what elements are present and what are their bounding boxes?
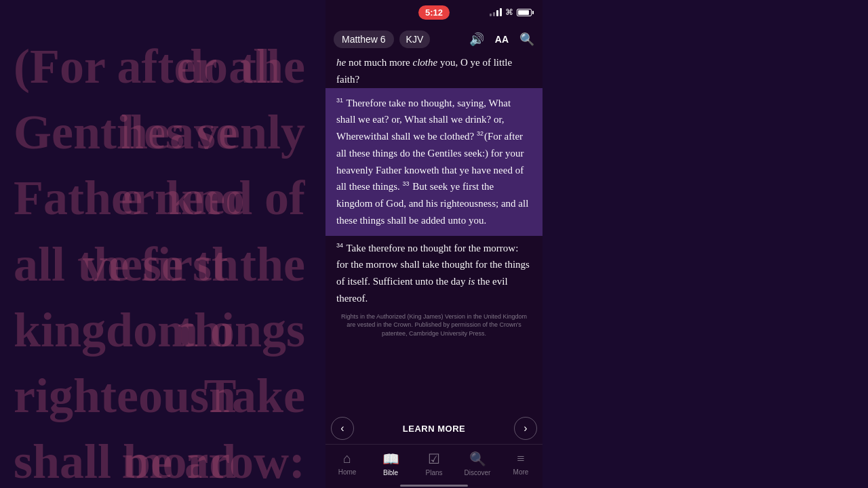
phone-container: 5:12 ⌘ Matthew 6 KJV 🔊 AA 🔍 he not much …: [326, 0, 542, 488]
tab-more[interactable]: ≡ More: [499, 451, 542, 476]
discover-icon: 🔍: [469, 451, 486, 467]
tab-plans[interactable]: ☑ Plans: [412, 451, 456, 476]
battery-icon: [517, 9, 532, 16]
tab-bible[interactable]: 📖 Bible: [369, 451, 412, 476]
next-chapter-button[interactable]: ›: [514, 417, 537, 440]
verse-num-31: 31: [336, 97, 343, 104]
tab-bar: ⌂ Home 📖 Bible ☑ Plans 🔍 Discover ≡ More: [326, 444, 542, 485]
bible-icon: 📖: [382, 451, 399, 467]
signal-icon: [490, 8, 502, 16]
italic-he: he: [336, 57, 346, 68]
verse-num-34: 34: [336, 242, 343, 249]
copyright-text: Rights in the Authorized (King James) Ve…: [326, 307, 542, 344]
tab-discover[interactable]: 🔍 Discover: [456, 451, 499, 476]
chapter-nav: ‹ LEARN MORE ›: [326, 413, 542, 444]
wifi-icon: ⌘: [505, 7, 513, 18]
verse-num-33: 33: [403, 180, 410, 187]
home-icon: ⌂: [343, 451, 351, 466]
tab-discover-label: Discover: [465, 469, 491, 476]
more-icon: ≡: [517, 451, 524, 466]
tab-home[interactable]: ⌂ Home: [326, 451, 369, 476]
scripture-container: he not much more clothe you, O ye of lit…: [326, 54, 542, 413]
status-time: 5:12: [418, 5, 450, 20]
home-indicator: [326, 485, 542, 488]
italic-is: is: [468, 276, 475, 287]
pre-highlight-text: he not much more clothe you, O ye of lit…: [326, 54, 542, 88]
audio-icon[interactable]: 🔊: [469, 32, 484, 47]
highlighted-passage: 31 Therefore take no thought, saying, Wh…: [326, 88, 542, 236]
chapter-button[interactable]: Matthew 6: [334, 30, 394, 48]
tab-more-label: More: [513, 468, 529, 476]
home-indicator-bar: [400, 485, 468, 487]
nav-bar: Matthew 6 KJV 🔊 AA 🔍: [326, 24, 542, 54]
background-text-right: do the heavenly e need of ve first the t…: [0, 0, 326, 488]
background-text-left: (For after all Gentiles se Father kno al…: [0, 0, 326, 488]
plans-icon: ☑: [428, 451, 440, 467]
scripture-text: he not much more clothe you, O ye of lit…: [326, 54, 542, 413]
font-size-icon[interactable]: AA: [495, 34, 509, 45]
search-icon[interactable]: 🔍: [519, 32, 534, 47]
tab-home-label: Home: [338, 468, 357, 476]
italic-clothe: clothe: [413, 57, 438, 68]
version-button[interactable]: KJV: [399, 30, 431, 48]
status-bar: 5:12 ⌘: [326, 0, 542, 24]
tab-bible-label: Bible: [383, 469, 398, 476]
verse-num-32: 32: [477, 130, 484, 137]
tab-plans-label: Plans: [425, 469, 442, 476]
status-icons: ⌘: [490, 7, 532, 18]
learn-more-button[interactable]: LEARN MORE: [354, 424, 514, 434]
nav-icons: 🔊 AA 🔍: [469, 32, 534, 47]
post-highlight-text: 34 Take therefore no thought for the mor…: [326, 236, 542, 307]
prev-chapter-button[interactable]: ‹: [331, 417, 354, 440]
